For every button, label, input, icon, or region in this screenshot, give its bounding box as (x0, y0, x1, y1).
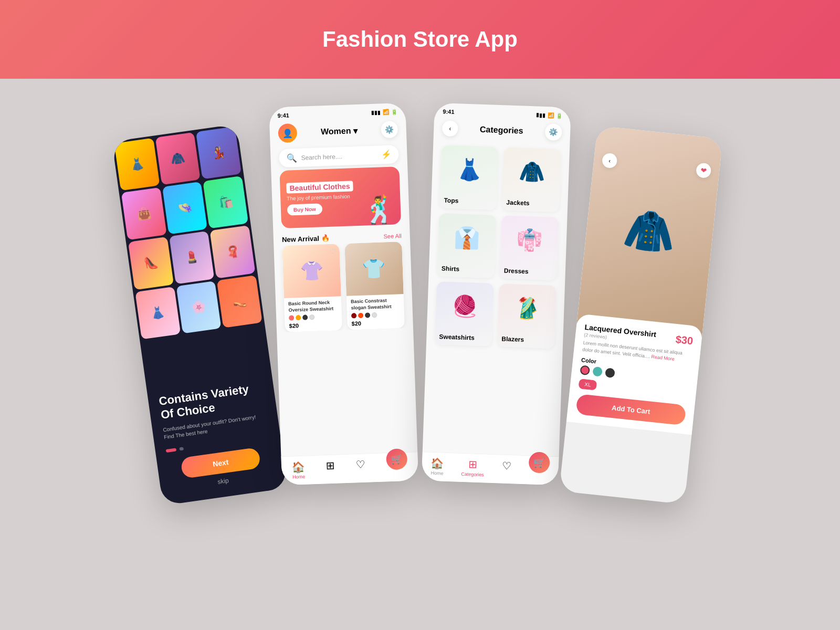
add-to-cart-button[interactable]: Add To Cart (575, 394, 686, 426)
cat-home-label: Home (430, 470, 443, 476)
cart-icon: 🛒 (386, 448, 407, 470)
product-info-2: Basic Constrast slogan Sweatshirt $20 (346, 294, 405, 330)
cat-nav-wishlist[interactable]: ♡ (501, 459, 511, 479)
grid-cell-3: 💃 (196, 127, 242, 180)
categories-status-icons: ▮▮▮ 📶 🔋 (536, 112, 562, 119)
product-price-1: $20 (289, 321, 338, 329)
search-icon: 🔍 (286, 153, 297, 163)
dresses-label: Dresses (504, 267, 553, 276)
heart-icon: ♡ (356, 458, 366, 471)
color-swatch-teal[interactable] (592, 366, 603, 377)
color-dots-2 (351, 312, 400, 319)
user-avatar: 👤 (278, 123, 297, 143)
cat-categories-label: Categories (461, 471, 484, 478)
home-icon: 🏠 (292, 460, 306, 474)
cat-home-icon: 🏠 (430, 457, 444, 470)
search-placeholder: Search here.... (301, 152, 342, 161)
product-card-2[interactable]: 👕 ♡ Basic Constrast slogan Sweatshirt $2… (344, 242, 405, 330)
grid-cell-4: 👜 (121, 187, 167, 240)
cat-cart-icon: 🛒 (529, 452, 550, 473)
nav-categories[interactable]: ⊞ (326, 459, 335, 479)
promo-banner: Beautiful Clothes The joy of premium fas… (279, 166, 401, 228)
size-xl[interactable]: XL (578, 379, 597, 390)
category-sweatshirts[interactable]: 🧶 Sweatshirts (435, 281, 494, 346)
cat-nav-categories[interactable]: ⊞ Categories (461, 458, 485, 477)
nav-cart[interactable]: 🛒 (386, 457, 408, 476)
dresses-image: 👘 (500, 215, 559, 265)
categories-settings[interactable]: ⚙️ (545, 123, 562, 141)
detail-wishlist-button[interactable]: ❤ (696, 162, 712, 178)
see-all-link[interactable]: See All (383, 233, 402, 239)
blazers-image: 🥻 (498, 284, 556, 333)
grid-cell-6: 🛍️ (203, 176, 249, 229)
color-dot (296, 315, 301, 320)
cat-heart-icon: ♡ (501, 459, 511, 472)
bottom-nav: 🏠 Home ⊞ ♡ 🛒 (281, 452, 418, 485)
back-button[interactable]: ‹ (442, 120, 458, 136)
banner-figure: 🕺 (362, 194, 396, 225)
blazers-label: Blazers (501, 335, 550, 344)
grid-icon: ⊞ (326, 459, 335, 472)
category-shirts[interactable]: 👔 Shirts (437, 213, 496, 278)
categories-grid: 👗 Tops 🧥 Jackets 👔 Shirts 👘 Dresses 🧶 Sw… (426, 140, 570, 354)
color-swatch-black[interactable] (605, 368, 615, 379)
categories-title: Categories (480, 125, 523, 136)
app-title: Fashion Store App (322, 27, 518, 52)
detail-back-button[interactable]: ‹ (602, 153, 618, 169)
app-header: Fashion Store App (0, 0, 840, 79)
cat-nav-home[interactable]: 🏠 Home (430, 457, 444, 476)
color-dot (302, 315, 308, 320)
grid-cell-1: 👗 (114, 138, 160, 191)
grid-cell-5: 👒 (162, 182, 208, 235)
nav-wishlist[interactable]: ♡ (356, 458, 366, 478)
product-image-2: 👕 ♡ (344, 242, 403, 296)
product-price-2: $20 (351, 319, 400, 327)
shirts-label: Shirts (442, 265, 490, 274)
color-dot (358, 313, 363, 318)
nav-home[interactable]: 🏠 Home (292, 460, 306, 480)
category-dresses[interactable]: 👘 Dresses (499, 215, 559, 280)
category-selector[interactable]: Women ▾ (321, 125, 358, 136)
dot-active (166, 448, 177, 453)
sweatshirts-image: 🧶 (435, 281, 494, 331)
shirts-image: 👔 (438, 213, 497, 262)
product-info-1: Basic Round Neck Oversize Sweatshirt $20 (284, 296, 342, 332)
cat-grid-icon: ⊞ (468, 458, 478, 471)
settings-button[interactable]: ⚙️ (381, 121, 398, 138)
banner-title: Beautiful Clothes (286, 181, 353, 193)
tops-image: 👗 (440, 145, 499, 194)
phone-product-detail: 🧥 ‹ ❤ Lacquered Overshirt (2 reviews) $3… (559, 125, 723, 504)
filter-icon[interactable]: ⚡ (381, 150, 392, 160)
tops-label: Tops (444, 196, 492, 205)
status-icons: ▮▮▮ 📶 🔋 (371, 109, 397, 116)
search-bar[interactable]: 🔍 Search here.... ⚡ (279, 145, 399, 167)
sweatshirts-label: Sweatshirts (439, 333, 488, 342)
category-blazers[interactable]: 🥻 Blazers (497, 284, 556, 349)
category-tops[interactable]: 👗 Tops (439, 145, 499, 210)
product-hero-image: 🧥 ‹ ❤ (576, 125, 722, 337)
grid-cell-9: 🧣 (210, 225, 256, 278)
grid-cell-10: 👗 (135, 287, 181, 340)
jackets-image: 🧥 (502, 147, 561, 196)
home-header: 👤 Women ▾ ⚙️ (269, 117, 407, 146)
new-arrival-title: New Arrival 🔥 (282, 234, 330, 244)
nav-home-label: Home (292, 474, 305, 480)
grid-cell-2: 🧥 (155, 132, 201, 185)
dot-inactive-1 (179, 447, 184, 450)
phone-onboarding: 👗 🧥 💃 👜 👒 🛍️ 👠 💄 🧣 👗 🌸 👡 Contains Variet… (112, 124, 288, 506)
onboarding-text: Contains Variety Of Choice Confused abou… (147, 374, 287, 499)
wishlist-icon-1[interactable]: ♡ (330, 247, 337, 255)
wishlist-icon-2[interactable]: ♡ (392, 245, 399, 253)
detail-price: $30 (675, 333, 694, 347)
cat-nav-cart[interactable]: 🛒 (528, 460, 550, 479)
category-jackets[interactable]: 🧥 Jackets (502, 147, 561, 212)
color-dot (309, 314, 314, 320)
onboarding-grid: 👗 🧥 💃 👜 👒 🛍️ 👠 💄 🧣 👗 🌸 👡 (112, 124, 271, 391)
jackets-label: Jackets (506, 199, 555, 208)
product-detail-panel: Lacquered Overshirt (2 reviews) $30 Lore… (566, 313, 703, 435)
product-card-1[interactable]: 👚 ♡ Basic Round Neck Oversize Sweatshirt… (282, 244, 342, 332)
buy-now-button[interactable]: Buy Now (287, 203, 322, 215)
read-more-link[interactable]: Read More (651, 354, 675, 362)
color-swatch-red[interactable] (580, 365, 590, 376)
categories-status-time: 9:41 (443, 108, 454, 115)
